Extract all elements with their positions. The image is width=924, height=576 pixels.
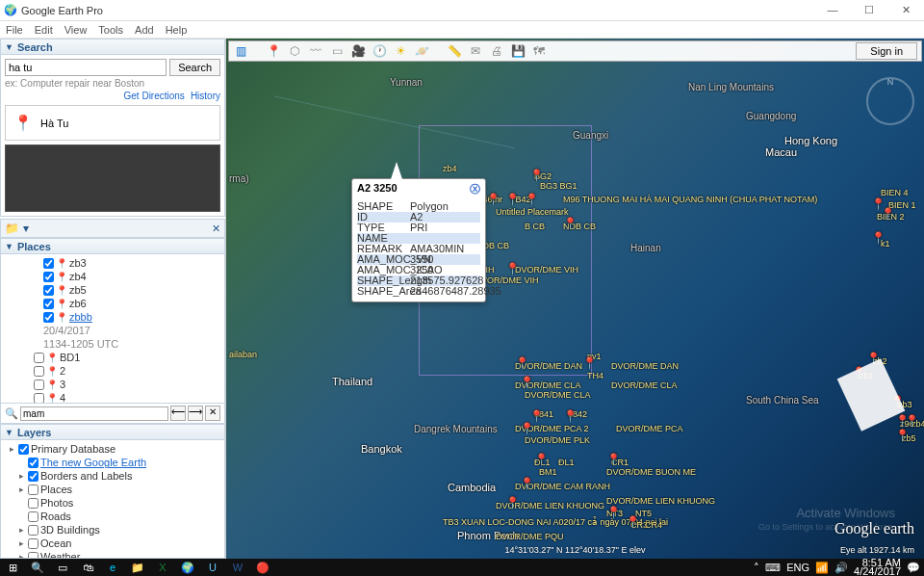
tray-wifi-icon[interactable]: 📶 xyxy=(815,562,829,574)
sun-icon[interactable]: ☀ xyxy=(393,43,408,59)
tray-volume-icon[interactable]: 🔊 xyxy=(834,562,848,574)
ruler-icon[interactable]: 📏 xyxy=(447,43,462,59)
tray-up-icon[interactable]: ˄ xyxy=(754,562,759,574)
save-image-icon[interactable]: 💾 xyxy=(510,43,526,59)
store-icon[interactable]: 🛍 xyxy=(79,562,96,573)
placemark-icon[interactable]: 📍 xyxy=(266,43,281,59)
item-checkbox[interactable] xyxy=(28,458,38,468)
menu-edit[interactable]: Edit xyxy=(35,24,53,36)
places-item[interactable]: 📍zb6 xyxy=(3,297,222,310)
map-pushpin-icon[interactable] xyxy=(895,414,905,428)
item-checkbox[interactable] xyxy=(43,272,54,282)
map-pushpin-icon[interactable] xyxy=(895,429,905,442)
map-pushpin-icon[interactable] xyxy=(563,409,573,423)
menu-file[interactable]: File xyxy=(6,24,23,36)
map-pushpin-icon[interactable] xyxy=(529,409,539,423)
item-checkbox[interactable] xyxy=(28,525,38,536)
email-icon[interactable]: ✉ xyxy=(468,43,483,59)
map-pushpin-icon[interactable] xyxy=(520,422,529,435)
clear-button[interactable]: ✕ xyxy=(205,406,220,421)
word-icon[interactable]: W xyxy=(229,562,246,573)
polygon-icon[interactable]: ⬡ xyxy=(287,43,302,59)
layers-item[interactable]: ▸Weather xyxy=(3,550,222,559)
map-pushpin-icon[interactable] xyxy=(871,231,881,245)
map-viewport[interactable]: ▥ 📍 ⬡ 〰 ▭ 🎥 🕐 ☀ 🪐 📏 ✉ 🖨 💾 🗺 Sign in xyxy=(226,39,924,559)
layers-item[interactable]: ▸Places xyxy=(3,483,222,496)
map-pushpin-icon[interactable] xyxy=(871,197,881,211)
close-panel-icon[interactable]: ✕ xyxy=(212,223,220,235)
map-pushpin-icon[interactable] xyxy=(890,395,900,408)
tray-notifications-icon[interactable]: 💬 xyxy=(907,562,920,574)
map-pushpin-icon[interactable] xyxy=(515,356,525,370)
item-checkbox[interactable] xyxy=(18,444,29,455)
record-tour-icon[interactable]: 🎥 xyxy=(350,43,366,59)
map-pushpin-icon[interactable] xyxy=(529,169,539,182)
prev-button[interactable]: ⟵ xyxy=(170,406,186,421)
image-overlay-icon[interactable]: ▭ xyxy=(329,43,345,59)
print-icon[interactable]: 🖨 xyxy=(489,43,504,59)
search-button[interactable]: Search xyxy=(169,59,220,76)
places-filter-input[interactable] xyxy=(20,406,168,421)
path-icon[interactable]: 〰 xyxy=(308,43,323,59)
menu-add[interactable]: Add xyxy=(135,24,154,36)
places-item[interactable]: 📍zbbb xyxy=(3,310,222,324)
map-pushpin-icon[interactable] xyxy=(520,477,529,490)
earth-icon[interactable]: 🌍 xyxy=(179,562,196,574)
places-item[interactable]: 20/4/2017 xyxy=(3,324,222,337)
places-item[interactable]: 📍4 xyxy=(3,391,222,404)
item-checkbox[interactable] xyxy=(34,393,44,404)
layers-tree[interactable]: ▸Primary DatabaseThe new Google Earth▸Bo… xyxy=(0,440,225,559)
places-item[interactable]: 📍zb5 xyxy=(3,283,222,297)
item-checkbox[interactable] xyxy=(28,538,38,549)
places-item[interactable]: 📍zb4 xyxy=(3,270,222,283)
edge-icon[interactable]: e xyxy=(104,562,121,573)
places-item[interactable]: 📍3 xyxy=(3,378,222,391)
layers-item[interactable]: ▸Primary Database xyxy=(3,442,222,456)
item-checkbox[interactable] xyxy=(34,366,44,377)
map-pushpin-icon[interactable] xyxy=(563,217,573,230)
add-icon[interactable]: ▾ xyxy=(23,222,29,235)
tray-date[interactable]: 4/24/2017 xyxy=(854,567,901,576)
item-checkbox[interactable] xyxy=(43,299,54,309)
search-input[interactable] xyxy=(5,59,167,76)
places-item[interactable]: 1134-1205 UTC xyxy=(3,337,222,351)
search-panel-header[interactable]: ▼Search xyxy=(0,39,225,55)
taskview-icon[interactable]: ▭ xyxy=(54,562,71,574)
item-checkbox[interactable] xyxy=(43,312,54,323)
map-pushpin-icon[interactable] xyxy=(505,496,515,510)
layers-item[interactable]: ▸Borders and Labels xyxy=(3,469,222,483)
nav-compass[interactable] xyxy=(866,77,914,125)
close-button[interactable]: ✕ xyxy=(891,4,920,16)
item-checkbox[interactable] xyxy=(28,498,38,509)
minimize-button[interactable]: — xyxy=(818,4,847,16)
view-maps-icon[interactable]: 🗺 xyxy=(531,43,547,59)
taskbar[interactable]: ⊞ 🔍 ▭ 🛍 e 📁 X 🌍 U W 🔴 ˄ ⌨ ENG 📶 🔊 8:51 A… xyxy=(0,559,924,576)
map-pushpin-icon[interactable] xyxy=(582,356,592,370)
map-pushpin-icon[interactable] xyxy=(505,193,515,206)
next-button[interactable]: ⟶ xyxy=(188,406,203,421)
item-checkbox[interactable] xyxy=(34,380,44,390)
history-link[interactable]: History xyxy=(191,91,220,101)
tray-keyboard-icon[interactable]: ⌨ xyxy=(765,562,781,574)
places-item[interactable]: 📍BD1 xyxy=(3,351,222,364)
get-directions-link[interactable]: Get Directions xyxy=(124,91,185,101)
map-pushpin-icon[interactable] xyxy=(520,376,529,389)
layers-item[interactable]: Photos xyxy=(3,496,222,510)
item-checkbox[interactable] xyxy=(43,285,54,296)
layers-panel-header[interactable]: ▼Layers xyxy=(0,424,225,440)
maximize-button[interactable]: ☐ xyxy=(855,4,884,16)
layers-item[interactable]: Roads xyxy=(3,510,222,523)
menu-view[interactable]: View xyxy=(64,24,88,36)
menu-tools[interactable]: Tools xyxy=(98,24,123,36)
map-pushpin-icon[interactable] xyxy=(505,262,515,275)
excel-icon[interactable]: X xyxy=(154,562,171,573)
layers-item[interactable]: ▸Ocean xyxy=(3,537,222,550)
start-button[interactable]: ⊞ xyxy=(4,562,21,574)
item-checkbox[interactable] xyxy=(28,484,38,495)
map-pushpin-icon[interactable] xyxy=(905,414,914,428)
map-pushpin-icon[interactable] xyxy=(852,366,861,380)
map-pushpin-icon[interactable] xyxy=(534,453,544,466)
map-pushpin-icon[interactable] xyxy=(881,207,890,221)
map-pushpin-icon[interactable] xyxy=(606,506,616,519)
map-pushpin-icon[interactable] xyxy=(525,193,534,206)
